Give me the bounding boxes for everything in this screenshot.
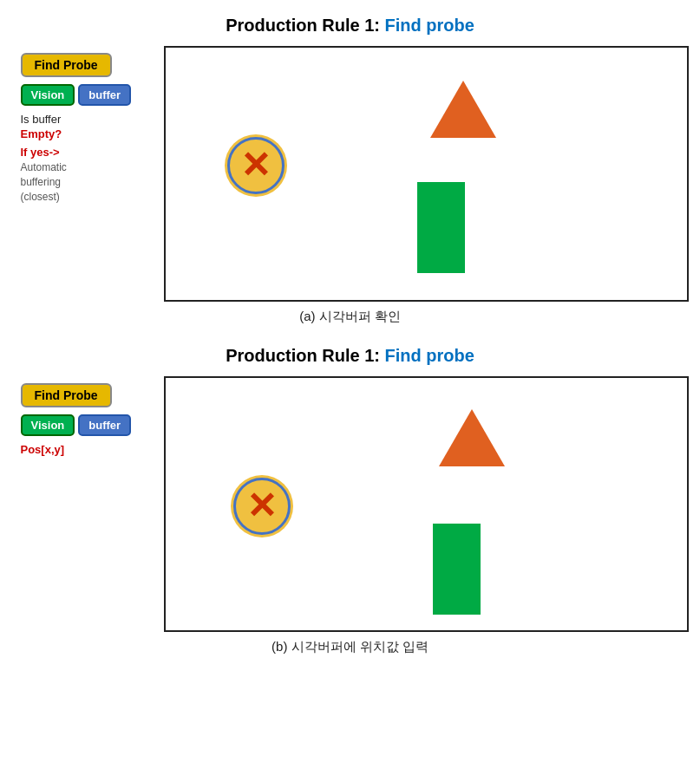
caption-a: (a) 시각버퍼 확인: [299, 309, 401, 325]
circle-b: ✕: [231, 475, 293, 537]
section-b: Production Rule 1: Find probe Find Probe…: [12, 346, 689, 668]
buffer-row-a: Vision buffer: [21, 84, 132, 106]
find-probe-btn-b[interactable]: Find Probe: [21, 383, 112, 407]
section-a-title: Production Rule 1: Find probe: [226, 16, 474, 36]
section-b-title-highlight: Find probe: [385, 346, 474, 365]
buffer-row-b: Vision buffer: [21, 414, 132, 436]
triangle-b: [439, 409, 505, 466]
circle-a: ✕: [225, 134, 287, 197]
vision-btn-b[interactable]: Vision: [21, 414, 75, 436]
if-yes-text-a: If yes->: [21, 146, 60, 159]
diagram-b-row: Find Probe Vision buffer Pos[x,y] ✕: [12, 376, 689, 632]
find-probe-btn-a[interactable]: Find Probe: [21, 53, 112, 77]
section-b-title-plain: Production Rule 1:: [226, 346, 384, 365]
section-a: Production Rule 1: Find probe Find Probe…: [12, 16, 689, 337]
triangle-a: [430, 81, 496, 138]
section-a-title-plain: Production Rule 1:: [226, 16, 384, 35]
rect-b: [433, 524, 481, 615]
buffer-btn-b[interactable]: buffer: [78, 414, 131, 436]
is-buffer-text-a: Is buffer: [21, 113, 62, 126]
caption-b: (b) 시각버퍼에 위치값 입력: [271, 639, 429, 655]
left-panel-b: Find Probe Vision buffer Pos[x,y]: [12, 376, 164, 463]
buffer-btn-a[interactable]: buffer: [78, 84, 131, 106]
section-a-title-highlight: Find probe: [385, 16, 474, 35]
empty-text-a: Empty?: [21, 127, 62, 140]
auto-buffer-text-a: Automaticbuffering(closest): [21, 160, 67, 204]
pos-text-b: Pos[x,y]: [21, 443, 65, 456]
section-b-title: Production Rule 1: Find probe: [226, 346, 474, 366]
canvas-a: ✕: [164, 46, 689, 302]
rect-a: [417, 182, 465, 273]
circle-x-a: ✕: [240, 147, 271, 184]
diagram-a-row: Find Probe Vision buffer Is buffer Empty…: [12, 46, 689, 302]
left-panel-a: Find Probe Vision buffer Is buffer Empty…: [12, 46, 164, 211]
vision-btn-a[interactable]: Vision: [21, 84, 75, 106]
canvas-b: ✕: [164, 376, 689, 632]
circle-x-b: ✕: [246, 488, 277, 524]
